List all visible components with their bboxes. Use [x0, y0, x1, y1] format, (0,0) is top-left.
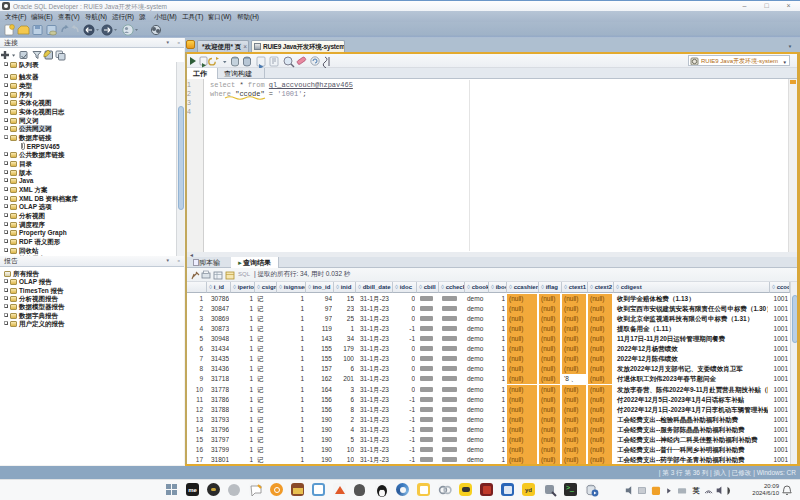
svg-text:英: 英 [691, 486, 700, 495]
